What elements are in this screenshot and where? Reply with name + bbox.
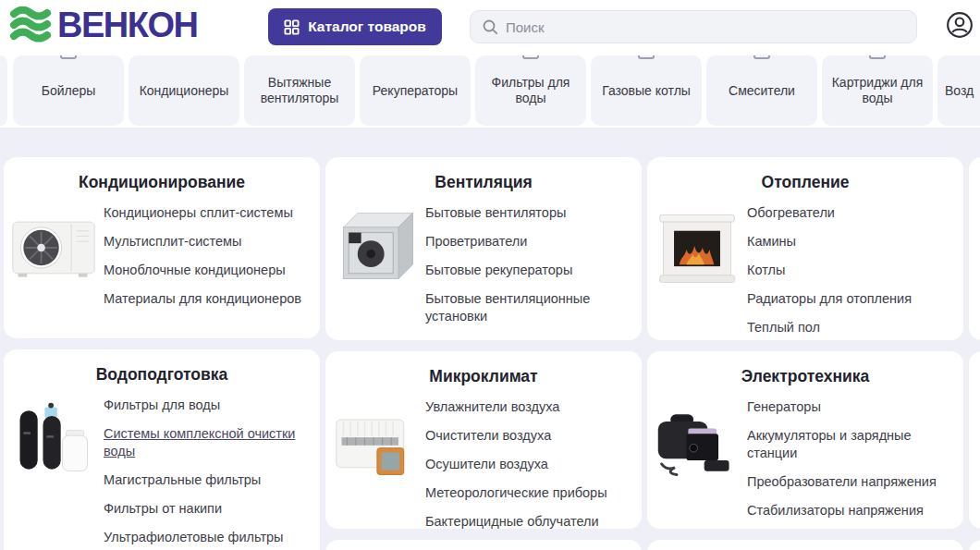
category-link[interactable]: Магистральные фильтры bbox=[104, 472, 261, 487]
category-links: Обогреватели Камины Котлы Радиаторы для … bbox=[743, 202, 963, 340]
logo-waves-icon bbox=[9, 6, 52, 43]
water-treatment-image[interactable] bbox=[4, 395, 100, 550]
category-link[interactable]: Радиаторы для отопления bbox=[747, 291, 912, 306]
category-link[interactable]: Бактерицидные облучатели bbox=[425, 514, 599, 529]
tab-icon-fragment bbox=[60, 55, 77, 59]
category-link[interactable]: Фильтры от накипи bbox=[104, 501, 222, 516]
logo-text: ВЕНКОН bbox=[57, 7, 197, 43]
tabs-row: Бойлеры Кондиционеры Вытяжные вентилятор… bbox=[13, 55, 980, 126]
category-card-microclimate: Микроклимат bbox=[325, 351, 642, 529]
category-link-hovered[interactable]: Системы комплексной очистки воды bbox=[104, 426, 295, 458]
catalog-column: Вентиляция Быто bbox=[325, 157, 642, 550]
category-link[interactable]: Бытовые вентиляторы bbox=[425, 205, 566, 220]
logo[interactable]: ВЕНКОН bbox=[9, 6, 197, 43]
tab-partial[interactable] bbox=[0, 55, 7, 126]
tab-air-partial[interactable]: Возд bbox=[937, 55, 980, 126]
category-card-partial bbox=[325, 540, 642, 550]
category-title[interactable]: Отопление bbox=[647, 157, 963, 202]
category-links: Бытовые вентиляторы Проветриватели Бытов… bbox=[422, 202, 642, 340]
list-item: Мультисплит-системы bbox=[104, 233, 314, 251]
power-station-image[interactable] bbox=[647, 397, 743, 529]
search-input[interactable] bbox=[506, 19, 905, 35]
category-link[interactable]: Моноблочные кондиционеры bbox=[104, 263, 286, 277]
category-link[interactable]: Стабилизаторы напряжения bbox=[747, 503, 924, 518]
category-card-electrical: Электротехника bbox=[647, 351, 963, 529]
category-link[interactable]: Аккумуляторы и зарядные станции bbox=[747, 428, 912, 460]
category-link[interactable]: Обогреватели bbox=[747, 205, 835, 220]
category-title[interactable]: Кондиционирование bbox=[4, 157, 320, 202]
category-card-partial bbox=[969, 540, 980, 550]
air-conditioner-image[interactable] bbox=[4, 202, 100, 319]
fireplace-image[interactable] bbox=[647, 202, 743, 340]
category-card-partial bbox=[969, 351, 980, 529]
category-link[interactable]: Бытовые вентиляционные установки bbox=[425, 291, 590, 324]
list-item: Бытовые рекуператоры bbox=[425, 262, 636, 279]
category-links: Кондиционеры сплит-системы Мультисплит-с… bbox=[100, 202, 320, 319]
account-button[interactable] bbox=[945, 11, 974, 41]
list-item: Проветриватели bbox=[425, 233, 636, 251]
category-title[interactable]: Вентиляция bbox=[325, 157, 642, 202]
grid-icon bbox=[284, 19, 300, 35]
list-item: Увлажнители воздуха bbox=[425, 398, 636, 416]
category-card-partial bbox=[647, 540, 963, 550]
list-item: Теплый пол bbox=[747, 319, 958, 336]
category-link[interactable]: Мультисплит-системы bbox=[104, 234, 241, 249]
catalog-column: Кондиционирование bbox=[4, 157, 320, 550]
tab-water-cartridges[interactable]: Картриджи для воды bbox=[822, 55, 933, 126]
tab-boilers[interactable]: Бойлеры bbox=[13, 55, 124, 126]
category-link[interactable]: Камины bbox=[747, 234, 796, 249]
list-item: Метеорологические приборы bbox=[425, 484, 636, 502]
category-link[interactable]: Теплый пол bbox=[747, 320, 820, 335]
category-title[interactable]: Микроклимат bbox=[325, 351, 642, 397]
tab-icon-fragment bbox=[869, 55, 886, 59]
catalog-mega-panel: Кондиционирование bbox=[0, 128, 980, 550]
list-item: Бактерицидные облучатели bbox=[425, 513, 636, 529]
category-links: Увлажнители воздуха Очистители воздуха О… bbox=[422, 397, 642, 529]
search-icon bbox=[482, 18, 498, 35]
category-link[interactable]: Бытовые рекуператоры bbox=[425, 263, 572, 277]
category-title[interactable]: Электротехника bbox=[647, 351, 963, 397]
catalog-button[interactable]: Каталог товаров bbox=[268, 8, 442, 45]
category-link[interactable]: Фильтры для воды bbox=[104, 397, 220, 412]
tab-icon-fragment bbox=[638, 55, 655, 59]
list-item: Радиаторы для отопления bbox=[747, 290, 958, 308]
list-item: Аккумуляторы и зарядные станции bbox=[747, 427, 958, 462]
category-link[interactable]: Проветриватели bbox=[425, 234, 527, 249]
category-link[interactable]: Котлы bbox=[747, 263, 785, 277]
list-item: Кондиционеры сплит-системы bbox=[104, 204, 314, 222]
tab-conditioners[interactable]: Кондиционеры bbox=[129, 55, 239, 126]
tab-mixers[interactable]: Смесители bbox=[706, 55, 817, 126]
tab-gas-boilers[interactable]: Газовые котлы bbox=[591, 55, 702, 126]
tab-icon-fragment bbox=[753, 55, 770, 59]
list-item: Камины bbox=[747, 233, 958, 251]
category-link[interactable]: Промышленные вентиляторы bbox=[425, 337, 611, 340]
list-item: Ультрафиолетовые фильтры bbox=[104, 529, 314, 546]
quick-tabs-strip: Бойлеры Кондиционеры Вытяжные вентилятор… bbox=[0, 54, 980, 128]
tab-water-filters[interactable]: Фильтры для воды bbox=[475, 55, 586, 126]
header: ВЕНКОН Каталог товаров bbox=[0, 0, 980, 54]
category-title[interactable]: Водоподготовка bbox=[4, 349, 320, 395]
category-card-heating: Отопление Обогреватели bbox=[647, 157, 963, 340]
box-fan-image[interactable] bbox=[325, 202, 422, 340]
category-link[interactable]: Осушители воздуха bbox=[425, 457, 548, 471]
category-link[interactable]: Кондиционеры сплит-системы bbox=[104, 205, 293, 220]
list-item: Котлы bbox=[747, 262, 958, 279]
catalog-button-label: Каталог товаров bbox=[308, 18, 426, 35]
category-link[interactable]: Преобразователи напряжения bbox=[747, 474, 937, 489]
category-link[interactable]: Ультрафиолетовые фильтры bbox=[104, 530, 284, 544]
category-link[interactable]: Очистители воздуха bbox=[425, 428, 551, 443]
humidifier-image[interactable] bbox=[325, 397, 422, 529]
category-link[interactable]: Материалы для кондиционеров bbox=[104, 291, 301, 306]
category-links: Фильтры для воды Системы комплексной очи… bbox=[100, 395, 320, 550]
tab-exhaust-fans[interactable]: Вытяжные вентиляторы bbox=[244, 55, 355, 126]
list-item: Осушители воздуха bbox=[425, 456, 636, 473]
tab-recuperators[interactable]: Рекуператоры bbox=[360, 55, 471, 126]
category-link[interactable]: Увлажнители воздуха bbox=[425, 399, 559, 414]
list-item: Моноблочные кондиционеры bbox=[104, 262, 314, 279]
list-item: Бытовые вентиляционные установки bbox=[425, 290, 636, 325]
category-link[interactable]: Метеорологические приборы bbox=[425, 485, 607, 500]
category-card-water-treatment: Водоподготовка bbox=[4, 349, 320, 550]
category-link[interactable]: Генераторы bbox=[747, 399, 821, 414]
list-item: Очистители воздуха bbox=[425, 427, 636, 445]
tab-icon-fragment bbox=[522, 55, 539, 59]
